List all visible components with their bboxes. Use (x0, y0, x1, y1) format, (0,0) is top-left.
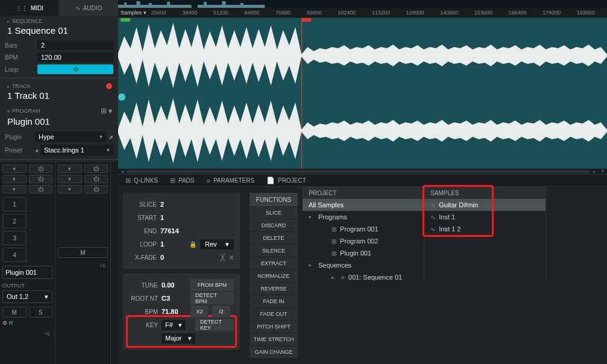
xfade-curve-icon[interactable]: ⤨ (228, 254, 234, 262)
key-dropdown[interactable]: F#▾ (162, 320, 186, 330)
tab-project[interactable]: 📄PROJECT (266, 177, 306, 184)
bpm-label: BPM (5, 54, 34, 61)
plugin-001-item[interactable]: ⊞Plugin 001 (303, 247, 424, 259)
loop-slice-label: LOOP (129, 241, 157, 248)
tab-audio[interactable]: ∿AUDIO (59, 0, 118, 16)
solo-button[interactable]: S (29, 307, 53, 318)
func-delete[interactable]: DELETE (250, 232, 298, 244)
loop-toggle[interactable]: ⟲ (37, 64, 113, 74)
project-browser: PROJECT All Samples ▾Programs ⊞Program 0… (303, 187, 424, 283)
func-pitchshift[interactable]: PITCH SHIFT (250, 321, 298, 333)
ruler-label[interactable]: Samples ▾ (121, 10, 146, 16)
tab-qlinks[interactable]: ⊞Q-LINKS (125, 177, 158, 184)
plus6-label: +6 (2, 331, 52, 337)
horizontal-scrollbar[interactable]: ◂▸▼ (118, 169, 607, 174)
bpm-tune-value[interactable]: 71.80 (162, 308, 187, 315)
record-icon[interactable] (106, 83, 112, 89)
mute-button[interactable]: M (2, 307, 27, 318)
insert-slot[interactable]: ▾ (2, 165, 27, 173)
program-label: PROGRAM (12, 108, 40, 114)
add-program-icon[interactable]: ⊞ ▾ (101, 107, 112, 115)
project-hdr: PROJECT (303, 187, 424, 199)
strip-program-name[interactable]: Plugin 001 (2, 266, 52, 279)
programs-item[interactable]: ▾Programs (303, 211, 424, 223)
waveform-main[interactable] (118, 18, 607, 169)
waveform-overview[interactable]: Samples ▾ 256003840051200640007680089600… (118, 0, 607, 18)
detect-bpm-button[interactable]: DETECT BPM (190, 292, 234, 304)
x2-button[interactable]: X2 (190, 306, 209, 318)
loop-label: Loop (5, 66, 34, 73)
detect-key-button[interactable]: DETECT KEY (195, 319, 234, 331)
xfade-label: X-FADE (129, 254, 157, 261)
plugin-label: Plugin (5, 134, 33, 140)
func-extract[interactable]: EXTRACT (250, 257, 298, 269)
pad-3[interactable]: 3 (2, 231, 27, 245)
tab-parameters[interactable]: ≡PARAMETERS (207, 177, 255, 184)
key-highlight: KEYF#▾DETECT KEY Major▾ (126, 315, 237, 348)
preset-field[interactable]: Stacc.trings 1▾ (40, 145, 113, 155)
tab-pads[interactable]: ⊞PADS (170, 177, 195, 184)
output-select[interactable]: Out 1,2▾ (2, 290, 52, 303)
xfade-value[interactable]: 0 (160, 254, 164, 261)
root-value[interactable]: C3 (162, 295, 187, 302)
end-value[interactable]: 77614 (160, 227, 179, 234)
automation-r[interactable]: R (9, 320, 13, 326)
func-normalize[interactable]: NORMALIZE (250, 270, 298, 282)
program-value[interactable]: Plugin 001 (0, 115, 118, 130)
func-discard[interactable]: DISCARD (250, 219, 298, 231)
track-value[interactable]: 1 Track 01 (0, 89, 118, 104)
func-timestretch[interactable]: TIME STRETCH (250, 333, 298, 345)
samples-browser: SAMPLES ∿Guitar D#min ∿Inst 1 ∿Inst 1 2 (424, 187, 546, 283)
func-gainchange[interactable]: GAIN CHANGE (250, 346, 298, 358)
from-bpm-button[interactable]: FROM BPM (190, 279, 234, 291)
program-002-item[interactable]: ⊞Program 002 (303, 235, 424, 247)
slice-value[interactable]: 2 (160, 201, 164, 208)
end-label: END (129, 228, 157, 234)
loop-slice-value[interactable]: 1 (160, 240, 164, 248)
pad-2[interactable]: 2 (2, 214, 27, 228)
plugin-popup-icon[interactable]: ⬈ (109, 134, 113, 140)
key-label: KEY (129, 322, 158, 328)
tab-midi[interactable]: ⋮⋮MIDI (0, 0, 59, 16)
func-reverse[interactable]: REVERSE (250, 283, 298, 295)
bpm-tune-label: BPM (129, 309, 158, 315)
plugin-field[interactable]: Hype▾ (35, 131, 106, 142)
pad-4[interactable]: 4 (2, 248, 27, 262)
func-slice[interactable]: SLICE (250, 207, 298, 219)
start-value[interactable]: 1 (160, 214, 164, 221)
automation-icon[interactable]: ⚙ (2, 320, 7, 326)
start-label: START (129, 215, 157, 221)
mute-button-2[interactable]: M (58, 247, 108, 258)
pad-1[interactable]: 1 (2, 197, 27, 212)
bars-label: Bars (5, 42, 34, 49)
rev-dropdown[interactable]: Rev▾ (200, 239, 234, 249)
sequence-value[interactable]: 1 Sequence 01 (0, 24, 118, 39)
div2-button[interactable]: /2 (212, 306, 230, 318)
preset-label: Preset (5, 147, 33, 154)
ruler-ticks: 2560038400512006400076800896001024001152… (151, 10, 607, 16)
func-fadein[interactable]: FADE IN (250, 295, 298, 307)
preset-prev-icon[interactable]: ◂ (35, 147, 38, 154)
all-samples-item[interactable]: All Samples (303, 199, 424, 211)
sequence-01-item[interactable]: ▸≡001: Sequence 01 (303, 271, 424, 283)
output-label: OUTPUT (2, 283, 52, 289)
power-icon[interactable]: ⏻ (29, 165, 53, 173)
func-fadeout[interactable]: FADE OUT (250, 308, 298, 320)
functions-header: FUNCTIONS (250, 193, 298, 206)
scale-dropdown[interactable]: Major▾ (162, 333, 195, 344)
tune-value[interactable]: 0.00 (162, 281, 187, 289)
track-label: TRACK (12, 83, 31, 89)
func-silence[interactable]: SILENCE (250, 245, 298, 257)
sequences-item[interactable]: ▾Sequences (303, 259, 424, 271)
slice-label: SLICE (129, 201, 157, 208)
filter-icon[interactable]: ▼ (599, 169, 607, 174)
bpm-field[interactable]: 120.00 (37, 52, 113, 62)
tune-label: TUNE (129, 282, 158, 289)
program-001-item[interactable]: ⊞Program 001 (303, 223, 424, 235)
xfade-linear-icon[interactable]: ╳ (221, 254, 225, 262)
samples-highlight (423, 185, 494, 237)
lock-icon[interactable]: 🔒 (189, 241, 197, 248)
bars-field[interactable]: 2 (37, 40, 113, 50)
mixer-strip-1: ▾⏻ ▾⏻ ▾⏻ 1 2 3 4 Plugin 001 OUTPUT Out 1… (0, 162, 55, 364)
root-label: ROOT NT (129, 295, 158, 302)
